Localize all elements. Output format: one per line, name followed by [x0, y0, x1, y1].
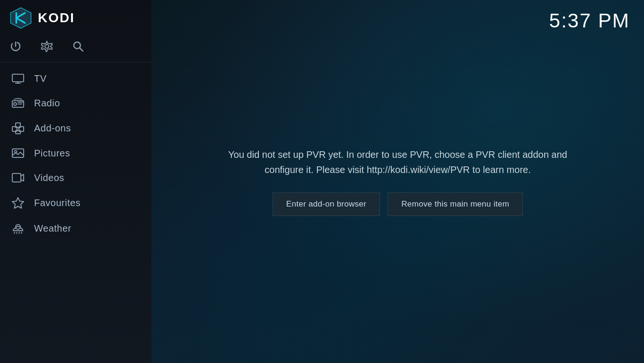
svg-line-29	[21, 232, 22, 233]
nav-divider	[0, 62, 151, 62]
addons-icon	[9, 122, 26, 134]
sidebar-item-radio-label: Radio	[34, 98, 60, 109]
settings-icon[interactable]	[41, 40, 53, 52]
main-content: 5:37 PM You did not set up PVR yet. In o…	[151, 0, 644, 363]
sidebar-item-tv[interactable]: TV	[0, 66, 151, 91]
svg-rect-21	[12, 149, 24, 157]
weather-icon	[9, 222, 26, 234]
svg-line-27	[17, 232, 17, 233]
sidebar-item-favourites-label: Favourites	[34, 198, 80, 208]
sidebar-header: KODI	[0, 0, 151, 35]
videos-icon	[9, 172, 26, 183]
svg-point-7	[45, 44, 49, 48]
sidebar-item-pictures[interactable]: Pictures	[0, 141, 151, 165]
sidebar-item-weather[interactable]: Weather	[0, 216, 151, 241]
toolbar	[0, 35, 151, 62]
pictures-icon	[9, 147, 26, 159]
sidebar-item-videos[interactable]: Videos	[0, 165, 151, 190]
radio-icon	[9, 97, 26, 109]
kodi-wordmark: KODI	[38, 10, 75, 26]
pvr-buttons: Enter add-on browser Remove this main me…	[273, 192, 523, 216]
svg-rect-23	[12, 173, 21, 182]
sidebar-item-weather-label: Weather	[34, 223, 71, 234]
pvr-message: You did not set up PVR yet. In order to …	[213, 147, 582, 177]
enter-addon-browser-button[interactable]: Enter add-on browser	[273, 192, 380, 216]
sidebar-item-radio[interactable]: Radio	[0, 91, 151, 115]
sidebar-item-addons[interactable]: Add-ons	[0, 115, 151, 141]
sidebar-item-tv-label: TV	[34, 73, 47, 84]
svg-line-9	[79, 48, 83, 51]
svg-rect-10	[12, 74, 24, 82]
clock: 5:37 PM	[549, 9, 630, 32]
svg-marker-0	[10, 8, 31, 28]
sidebar-item-videos-label: Videos	[34, 173, 64, 183]
sidebar-item-pictures-label: Pictures	[34, 148, 70, 159]
remove-menu-item-button[interactable]: Remove this main menu item	[388, 192, 523, 216]
power-icon[interactable]	[9, 40, 22, 52]
kodi-logo-icon	[9, 7, 32, 29]
pvr-panel: You did not set up PVR yet. In order to …	[194, 128, 601, 235]
svg-line-26	[14, 232, 15, 233]
sidebar-item-addons-label: Add-ons	[34, 123, 71, 134]
tv-icon	[9, 73, 26, 84]
sidebar-item-favourites[interactable]: Favourites	[0, 190, 151, 216]
search-icon[interactable]	[72, 40, 84, 52]
svg-point-14	[14, 103, 17, 105]
main-nav: TV Radio	[0, 66, 151, 241]
svg-line-28	[19, 232, 19, 233]
favourites-icon	[9, 197, 26, 209]
svg-marker-24	[12, 198, 24, 208]
sidebar: KODI	[0, 0, 151, 363]
